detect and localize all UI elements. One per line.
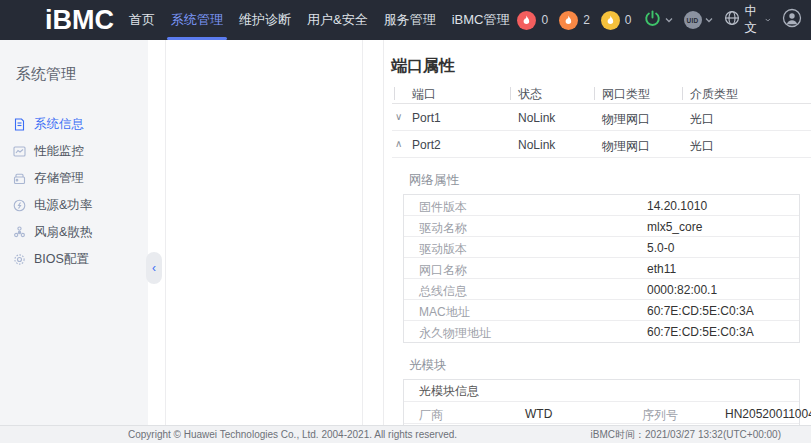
major-alarm-count: 2 [583,13,590,27]
sidebar: 系统管理 系统信息 性能监控 存储管理 [0,40,148,425]
language-selector[interactable]: 中文 [724,3,771,37]
collapse-chevron-icon[interactable] [395,138,402,149]
sidebar-item-label: BIOS配置 [34,251,89,268]
chevron-down-icon [765,16,771,24]
power-meter-icon [13,199,26,212]
sidebar-item-label: 电源&功率 [34,197,92,214]
detail-row-mac-address: MAC地址 60:7E:CD:5E:C0:3A [404,300,799,321]
port-properties-panel: 端口属性 端口 状态 网口类型 介质类型 Port1 NoLink 物理网口 光… [383,40,811,425]
gear-icon [13,253,26,266]
sidebar-menu: 系统信息 性能监控 存储管理 电源&功率 [0,111,148,273]
sidebar-item-label: 存储管理 [34,170,84,187]
optical-module-table: 光模块信息 厂商 WTD 序列号 HN205200110043 [403,379,800,425]
table-row-port1[interactable]: Port1 NoLink 物理网口 光口 [392,104,811,131]
main-navigation: 首页 系统管理 维护诊断 用户&安全 服务管理 iBMC管理 [121,0,517,40]
major-alarm-indicator[interactable]: 2 [559,11,590,30]
ibmc-time: iBMC时间：2021/03/27 13:32(UTC+00:00) [591,428,781,442]
critical-alarm-indicator[interactable]: 0 [517,11,548,30]
critical-alarm-flame-icon [517,11,536,30]
port-type: 物理网口 [602,138,650,155]
port-media: 光口 [690,138,714,155]
nav-system-management[interactable]: 系统管理 [166,0,228,40]
sidebar-item-fans-cooling[interactable]: 风扇&散热 [0,219,148,246]
port-status: NoLink [518,138,555,152]
column-header-media-type: 介质类型 [690,86,738,103]
sidebar-item-label: 风扇&散热 [34,224,92,241]
user-menu[interactable] [782,8,802,32]
optical-module-info-header: 光模块信息 [404,380,799,402]
panel-divider [362,40,363,425]
page-title: 端口属性 [391,56,811,76]
sidebar-collapse-button[interactable]: ‹ [146,252,162,284]
sidebar-item-power[interactable]: 电源&功率 [0,192,148,219]
nav-maintenance-diagnostics[interactable]: 维护诊断 [234,0,296,40]
ibmc-logo[interactable]: iBMC [45,0,114,40]
minor-alarm-count: 0 [625,13,632,27]
column-header-port: 端口 [412,86,436,103]
detail-row-driver-version: 驱动版本 5.0-0 [404,237,799,258]
sidebar-title: 系统管理 [0,40,148,84]
port-name: Port1 [412,111,441,125]
footer: Copyright © Huawei Technologies Co., Ltd… [0,425,811,443]
topbar-controls: 0 2 0 UID [517,3,811,37]
network-properties-label: 网络属性 [409,172,811,188]
nav-ibmc-management[interactable]: iBMC管理 [447,0,515,40]
detail-row-port-name: 网口名称 eth11 [404,258,799,279]
port-media: 光口 [690,111,714,128]
detail-row-firmware-version: 固件版本 14.20.1010 [404,195,799,216]
nav-service-management[interactable]: 服务管理 [379,0,441,40]
uid-icon: UID [684,11,702,29]
sidebar-item-performance-monitor[interactable]: 性能监控 [0,138,148,165]
minor-alarm-flame-icon [601,11,620,30]
user-avatar-icon [782,8,802,32]
optical-module-label: 光模块 [409,357,811,373]
minor-alarm-indicator[interactable]: 0 [601,11,632,30]
nav-user-security[interactable]: 用户&安全 [302,0,373,40]
critical-alarm-count: 0 [541,13,548,27]
fan-icon [13,226,26,239]
uid-control-dropdown[interactable]: UID [684,11,713,29]
chevron-down-icon [705,16,713,24]
language-label: 中文 [745,3,763,37]
port-table: 端口 状态 网口类型 介质类型 Port1 NoLink 物理网口 光口 Por… [392,84,811,158]
column-header-status: 状态 [518,86,542,103]
power-control-dropdown[interactable] [643,9,673,32]
detail-row-permanent-mac: 永久物理地址 60:7E:CD:5E:C0:3A [404,321,799,342]
sidebar-item-bios-config[interactable]: BIOS配置 [0,246,148,273]
port-table-header: 端口 状态 网口类型 介质类型 [392,84,811,104]
table-row-port2[interactable]: Port2 NoLink 物理网口 光口 [392,131,811,158]
line-chart-icon [13,145,26,158]
detail-row-bus-info: 总线信息 0000:82:00.1 [404,279,799,300]
copyright-text: Copyright © Huawei Technologies Co., Ltd… [128,429,457,440]
port-type: 物理网口 [602,111,650,128]
document-icon [13,118,26,131]
column-header-port-type: 网口类型 [602,86,650,103]
port-name: Port2 [412,138,441,152]
nav-home[interactable]: 首页 [124,0,160,40]
panel-divider [165,40,166,425]
network-properties-table: 固件版本 14.20.1010 驱动名称 mlx5_core 驱动版本 5.0-… [403,194,800,343]
sidebar-item-system-info[interactable]: 系统信息 [0,111,148,138]
content-area: 端口属性 端口 状态 网口类型 介质类型 Port1 NoLink 物理网口 光… [148,40,811,425]
top-navigation-bar: iBMC 首页 系统管理 维护诊断 用户&安全 服务管理 iBMC管理 0 2 … [0,0,811,40]
globe-icon [724,10,740,30]
expand-chevron-icon[interactable] [395,111,402,122]
sidebar-item-storage-management[interactable]: 存储管理 [0,165,148,192]
port-status: NoLink [518,111,555,125]
power-icon [643,9,662,32]
major-alarm-flame-icon [559,11,578,30]
chevron-down-icon [665,16,673,24]
sidebar-item-label: 系统信息 [34,116,84,133]
sidebar-item-label: 性能监控 [34,143,84,160]
optical-module-row: 厂商 WTD 序列号 HN205200110043 [404,402,799,424]
storage-icon [13,172,26,185]
detail-row-driver-name: 驱动名称 mlx5_core [404,216,799,237]
